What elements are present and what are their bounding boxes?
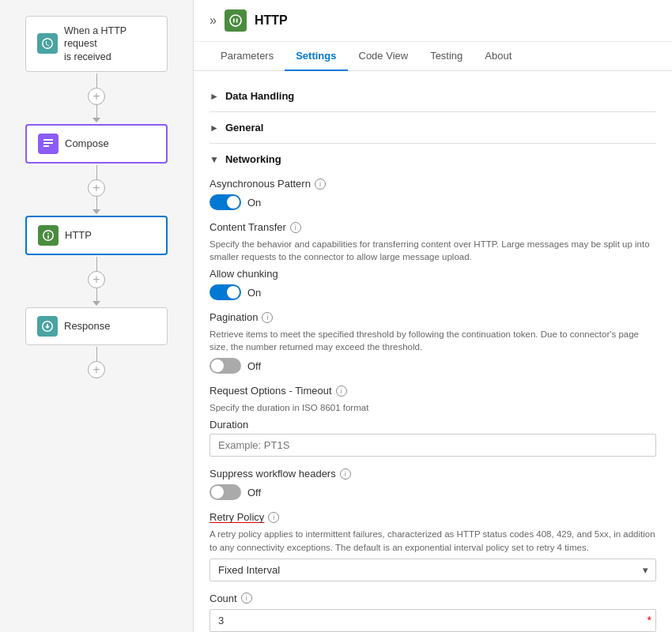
chevron-networking: ▼ bbox=[210, 154, 219, 165]
tab-parameters[interactable]: Parameters bbox=[210, 42, 285, 71]
request-timeout-label: Request Options - Timeout i bbox=[210, 385, 656, 397]
networking-content: Asynchronous Pattern i On Content Transf… bbox=[210, 171, 656, 632]
response-node[interactable]: Response bbox=[25, 307, 168, 345]
chevron-data-handling: ► bbox=[210, 91, 219, 102]
retry-policy-select[interactable]: Fixed Interval None Default Exponential … bbox=[210, 559, 656, 581]
compose-node-label: Compose bbox=[65, 137, 109, 149]
panel-header: » HTTP bbox=[194, 0, 672, 42]
pagination-toggle[interactable] bbox=[210, 358, 241, 374]
panel-title: HTTP bbox=[255, 13, 288, 28]
async-pattern-toggle-row: On bbox=[210, 194, 656, 210]
retry-policy-description: A retry policy applies to intermittent f… bbox=[210, 528, 656, 553]
pagination-field: Pagination i Retrieve items to meet the … bbox=[210, 311, 656, 374]
compose-node-icon bbox=[38, 134, 59, 154]
request-timeout-info-icon[interactable]: i bbox=[336, 386, 347, 397]
content-transfer-toggle-label: On bbox=[247, 287, 261, 299]
suppress-headers-toggle-label: Off bbox=[247, 487, 261, 498]
async-pattern-toggle-label: On bbox=[247, 197, 261, 209]
suppress-headers-field: Suppress workflow headers i Off bbox=[210, 468, 656, 500]
trigger-node-label: When a HTTP requestis received bbox=[64, 24, 156, 63]
request-timeout-description: Specify the duration in ISO 8601 format bbox=[210, 401, 656, 414]
content-transfer-field: Content Transfer i Specify the behavior … bbox=[210, 221, 656, 300]
async-pattern-toggle[interactable] bbox=[210, 194, 241, 210]
count-info-icon[interactable]: i bbox=[241, 592, 252, 604]
suppress-headers-info-icon[interactable]: i bbox=[340, 468, 351, 480]
trigger-node-icon bbox=[37, 33, 58, 54]
pagination-info-icon[interactable]: i bbox=[262, 312, 273, 323]
count-field: Count i * bbox=[210, 592, 656, 632]
count-input-wrapper: * bbox=[210, 609, 656, 632]
pagination-description: Retrieve items to meet the specified thr… bbox=[210, 328, 656, 353]
response-node-icon bbox=[37, 316, 58, 337]
pagination-toggle-row: Off bbox=[210, 358, 656, 374]
tabs-bar: Parameters Settings Code View Testing Ab… bbox=[194, 42, 672, 71]
chevron-general: ► bbox=[210, 122, 219, 134]
expand-icon[interactable]: » bbox=[210, 13, 217, 28]
content-transfer-toggle-row: On bbox=[210, 284, 656, 300]
suppress-headers-toggle-row: Off bbox=[210, 484, 656, 500]
left-panel: When a HTTP requestis received + Compose… bbox=[0, 0, 194, 632]
tab-codeview[interactable]: Code View bbox=[348, 42, 420, 71]
tab-testing[interactable]: Testing bbox=[419, 42, 474, 71]
add-button-3[interactable]: + bbox=[88, 271, 105, 288]
pagination-toggle-label: Off bbox=[247, 360, 261, 372]
allow-chunking-label: Allow chunking bbox=[210, 268, 656, 280]
connector-4: + bbox=[88, 347, 105, 378]
retry-policy-field: Retry Policy i A retry policy applies to… bbox=[210, 511, 656, 581]
content-transfer-description: Specify the behavior and capabilities fo… bbox=[210, 238, 656, 263]
section-general-label: General bbox=[225, 122, 263, 134]
async-pattern-label: Asynchronous Pattern i bbox=[210, 178, 656, 190]
connector-3: + bbox=[88, 257, 105, 306]
content-transfer-toggle[interactable] bbox=[210, 284, 241, 300]
count-input[interactable] bbox=[210, 609, 656, 632]
suppress-headers-label: Suppress workflow headers i bbox=[210, 468, 656, 480]
compose-node[interactable]: Compose bbox=[25, 124, 168, 164]
right-panel: » HTTP Parameters Settings Code View Tes… bbox=[194, 0, 672, 632]
connector-1: + bbox=[88, 73, 105, 122]
retry-policy-label: Retry Policy i bbox=[210, 511, 656, 523]
http-node[interactable]: HTTP bbox=[25, 216, 168, 255]
content-transfer-label: Content Transfer i bbox=[210, 221, 656, 233]
http-node-label: HTTP bbox=[65, 229, 92, 241]
suppress-headers-toggle[interactable] bbox=[210, 484, 241, 500]
tab-about[interactable]: About bbox=[474, 42, 523, 71]
add-button-4[interactable]: + bbox=[88, 361, 105, 378]
add-button-1[interactable]: + bbox=[88, 88, 105, 105]
retry-policy-select-wrapper: Fixed Interval None Default Exponential … bbox=[210, 559, 656, 581]
section-networking-label: Networking bbox=[225, 153, 281, 165]
tab-settings[interactable]: Settings bbox=[285, 42, 347, 71]
content-transfer-info-icon[interactable]: i bbox=[290, 222, 301, 233]
duration-input[interactable] bbox=[210, 434, 656, 457]
trigger-node[interactable]: When a HTTP requestis received bbox=[25, 16, 168, 72]
async-pattern-field: Asynchronous Pattern i On bbox=[210, 178, 656, 210]
section-networking[interactable]: ▼ Networking bbox=[210, 147, 656, 171]
panel-content: ► Data Handling ► General ▼ Networking A… bbox=[194, 71, 672, 632]
add-button-2[interactable]: + bbox=[88, 179, 105, 197]
section-data-handling[interactable]: ► Data Handling bbox=[210, 84, 656, 108]
count-label: Count i bbox=[210, 592, 656, 604]
pagination-label: Pagination i bbox=[210, 311, 656, 323]
response-node-label: Response bbox=[64, 320, 111, 332]
duration-sub-label: Duration bbox=[210, 419, 656, 431]
retry-policy-label-text: Retry Policy bbox=[210, 511, 264, 523]
panel-header-icon bbox=[225, 9, 247, 32]
connector-2: + bbox=[88, 165, 105, 214]
retry-policy-info-icon[interactable]: i bbox=[268, 512, 279, 523]
async-pattern-info-icon[interactable]: i bbox=[315, 179, 326, 190]
section-data-handling-label: Data Handling bbox=[225, 90, 294, 102]
count-required-star: * bbox=[647, 614, 651, 626]
section-general[interactable]: ► General bbox=[210, 115, 656, 140]
http-node-icon bbox=[38, 225, 59, 246]
request-timeout-field: Request Options - Timeout i Specify the … bbox=[210, 385, 656, 457]
